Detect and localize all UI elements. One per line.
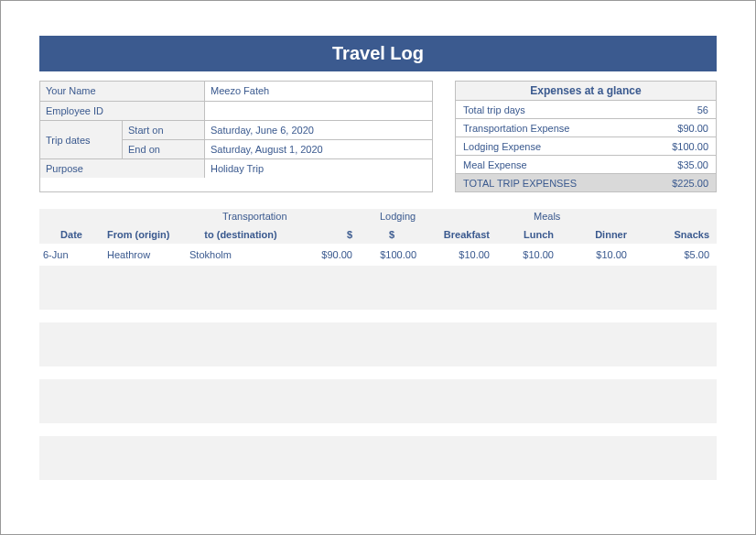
cell-transport-cost[interactable]: $90.00 xyxy=(296,244,360,266)
table-row[interactable] xyxy=(39,344,717,366)
purpose-label: Purpose xyxy=(40,159,205,178)
cell-to[interactable]: Stokholm xyxy=(186,244,296,266)
col-snacks: Snacks xyxy=(634,209,717,244)
table-row[interactable] xyxy=(39,322,717,344)
table-row[interactable] xyxy=(39,458,717,480)
employee-id-value[interactable] xyxy=(205,102,432,120)
col-transport-cost: $ xyxy=(296,209,360,244)
col-dinner: Dinner xyxy=(561,209,634,244)
purpose-value[interactable]: Holiday Trip xyxy=(205,159,432,178)
start-value[interactable]: Saturday, June 6, 2020 xyxy=(205,121,432,139)
table-row[interactable] xyxy=(39,436,717,458)
log-table-header: Transportation Lodging Meals Date From (… xyxy=(39,209,717,244)
start-label: Start on xyxy=(123,121,205,139)
document-page: Travel Log Your Name Meezo Fateh Employe… xyxy=(0,0,756,535)
glance-title: Expenses at a glance xyxy=(456,82,716,100)
employee-id-label: Employee ID xyxy=(40,102,205,120)
tripdates-label: Trip dates xyxy=(40,120,123,158)
page-title: Travel Log xyxy=(39,36,717,71)
group-meals-label: Meals xyxy=(534,211,560,222)
cell-lodging-cost[interactable]: $100.00 xyxy=(360,244,424,266)
col-date: Date xyxy=(39,209,103,244)
expenses-glance-panel: Expenses at a glance Total trip days 56 … xyxy=(455,81,717,192)
end-label: End on xyxy=(123,140,205,158)
cell-breakfast[interactable]: $10.00 xyxy=(424,244,497,266)
glance-row-label: Transportation Expense xyxy=(463,119,626,136)
glance-row-value: $90.00 xyxy=(626,119,708,136)
name-label: Your Name xyxy=(40,82,205,101)
glance-total-value: $225.00 xyxy=(626,174,708,191)
cell-lunch[interactable]: $10.00 xyxy=(497,244,561,266)
glance-row-value: 56 xyxy=(626,101,708,118)
trip-info-panel: Your Name Meezo Fateh Employee ID Trip d… xyxy=(39,81,433,192)
glance-row-value: $100.00 xyxy=(626,137,708,155)
col-from: From (origin) xyxy=(103,209,186,244)
cell-dinner[interactable]: $10.00 xyxy=(561,244,634,266)
table-row[interactable] xyxy=(39,401,717,423)
cell-date[interactable]: 6-Jun xyxy=(39,244,103,266)
col-breakfast: Breakfast xyxy=(424,209,497,244)
table-row[interactable] xyxy=(39,379,717,401)
end-value[interactable]: Saturday, August 1, 2020 xyxy=(205,140,432,158)
glance-total-label: TOTAL TRIP EXPENSES xyxy=(463,174,626,191)
info-section: Your Name Meezo Fateh Employee ID Trip d… xyxy=(39,81,717,192)
cell-from[interactable]: Heathrow xyxy=(103,244,186,266)
glance-row-label: Total trip days xyxy=(463,101,626,118)
group-transport-label: Transportation xyxy=(222,211,287,222)
table-row[interactable] xyxy=(39,266,717,288)
name-value[interactable]: Meezo Fateh xyxy=(205,82,432,101)
glance-row-label: Meal Expense xyxy=(463,156,626,173)
table-row[interactable]: 6-Jun Heathrow Stokholm $90.00 $100.00 $… xyxy=(39,244,717,266)
cell-snacks[interactable]: $5.00 xyxy=(634,244,717,266)
glance-row-value: $35.00 xyxy=(626,156,708,173)
table-row[interactable] xyxy=(39,288,717,310)
group-lodging-label: Lodging xyxy=(380,211,416,222)
glance-row-label: Lodging Expense xyxy=(463,137,626,155)
